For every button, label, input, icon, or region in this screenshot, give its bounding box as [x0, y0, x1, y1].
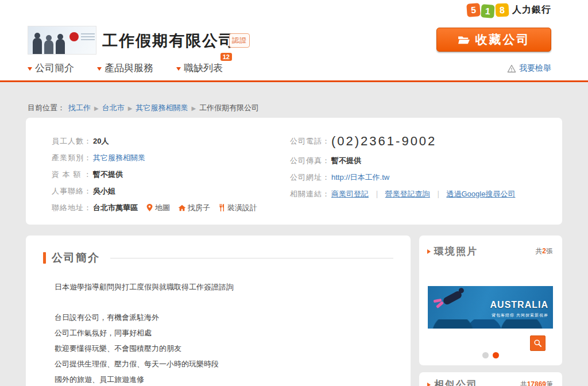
- breadcrumb-link-industry[interactable]: 其它服務相關業: [136, 103, 188, 113]
- intro-paragraph: 台日設有公司，有機會派駐海外: [55, 310, 393, 325]
- logo-red-stamp: [69, 32, 79, 41]
- similar-companies-card: 相似公司 共17869筆: [419, 372, 562, 386]
- triangle-right-icon: [427, 249, 431, 254]
- info-row-industry: 產業類別： 其它服務相關業: [52, 149, 257, 166]
- intro-paragraph: 歡迎要懂得玩樂、不會囤積壓力的朋友: [55, 341, 393, 356]
- tab-products-services[interactable]: 產品與服務: [97, 61, 153, 75]
- info-column-left: 員工人數： 20人 產業類別： 其它服務相關業 資 本 額 ： 暫不提供 人事聯…: [52, 133, 257, 216]
- count-prefix: 共: [535, 247, 542, 255]
- similar-count: 共17869筆: [520, 380, 553, 386]
- map-link-label: 地圖: [155, 203, 170, 213]
- job-count-badge: 12: [220, 53, 232, 61]
- logo-text-lines: [81, 33, 95, 42]
- breadcrumb-separator-icon: ▶: [191, 105, 196, 111]
- site-logo-tiles-icon: 5 1 8: [467, 3, 509, 17]
- info-row-employees: 員工人數： 20人: [52, 133, 257, 149]
- info-row-address: 聯絡地址： 台北市萬華區 地圖 找房子: [52, 199, 257, 216]
- industry-link[interactable]: 其它服務相關業: [93, 153, 145, 163]
- pagination-dot[interactable]: [482, 352, 489, 358]
- house-icon: [178, 204, 186, 212]
- magnifier-icon: [533, 339, 542, 348]
- info-label: 公司網址：: [290, 172, 331, 183]
- business-registry-link[interactable]: 商業司登記: [331, 189, 369, 199]
- logo-person-silhouette: [33, 38, 42, 55]
- logo-person-silhouette: [44, 40, 53, 55]
- info-row-phone: 公司電話： (02)2361-9002: [290, 130, 515, 152]
- info-value: 吳小姐: [93, 186, 115, 196]
- report-link-label: 我要檢舉: [519, 63, 551, 74]
- info-column-right: 公司電話： (02)2361-9002 公司傳真： 暫不提供 公司網址： htt…: [290, 130, 515, 202]
- intro-paragraph: 公司工作氣氛好，同事好相處: [55, 325, 393, 341]
- info-row-capital: 資 本 額 ： 暫不提供: [52, 166, 257, 183]
- pipe-separator: ｜: [435, 189, 442, 199]
- info-label: 員工人數：: [52, 136, 93, 146]
- logo-tile-1: 1: [481, 4, 495, 18]
- photo-coral-decoration: [428, 319, 553, 329]
- info-row-website: 公司網址： http://日本工作.tw: [290, 169, 515, 186]
- info-label: 資 本 額 ：: [52, 169, 93, 180]
- map-link[interactable]: 地圖: [146, 203, 170, 213]
- count-prefix: 共: [520, 380, 527, 386]
- triangle-down-icon: [97, 67, 102, 71]
- count-suffix: 筆: [546, 380, 553, 386]
- triangle-right-icon: [427, 383, 431, 386]
- pagination-dot-active[interactable]: [493, 352, 499, 358]
- intro-paragraph: 日本遊學指導顧問與打工度假與就職取得工作簽證諮詢: [55, 279, 393, 295]
- tab-label: 職缺列表: [184, 61, 223, 75]
- report-link[interactable]: 我要檢舉: [507, 63, 551, 74]
- intro-paragraph: 國外的旅遊、員工旅遊進修: [55, 372, 393, 386]
- info-value: 暫不提供: [93, 169, 123, 180]
- site-logo[interactable]: 5 1 8 人力銀行: [467, 3, 551, 17]
- google-search-link[interactable]: 透過Google搜尋公司: [446, 189, 515, 199]
- info-label: 人事聯絡：: [52, 186, 93, 196]
- interior-design-link-label: 裝潢設計: [227, 203, 257, 213]
- environment-photos-card: 環境照片 共2張 AUSTRALIA 背包客陪你 共同探索新視界: [419, 236, 562, 365]
- tab-label: 產品與服務: [105, 61, 153, 75]
- favorite-company-button[interactable]: 收藏公司: [436, 28, 551, 52]
- logo-person-silhouette: [56, 39, 65, 55]
- info-label: 聯絡地址：: [52, 203, 93, 213]
- photo-pagination: [419, 352, 562, 358]
- info-value: 暫不提供: [331, 156, 361, 166]
- site-logo-text: 人力銀行: [512, 4, 551, 16]
- tab-job-listings[interactable]: 職缺列表 12: [176, 61, 223, 75]
- section-accent-bar: [43, 252, 46, 264]
- triangle-down-icon: [28, 67, 32, 71]
- intro-paragraph: 公司提供生理假、壓力假、每天一小時的玩樂時段: [55, 356, 393, 372]
- breadcrumb-link-city[interactable]: 台北市: [102, 103, 125, 113]
- count-number: 17869: [527, 380, 546, 386]
- photo-zoom-button[interactable]: [530, 335, 546, 351]
- photo-diver-figure: [442, 290, 463, 306]
- related-links: 商業司登記 ｜ 營業登記查詢 ｜ 透過Google搜尋公司: [331, 189, 515, 199]
- breadcrumb-separator-icon: ▶: [128, 105, 133, 111]
- company-intro-card: 公司簡介 日本遊學指導顧問與打工度假與就職取得工作簽證諮詢 台日設有公司，有機會…: [26, 236, 411, 386]
- breadcrumb-link-find-job[interactable]: 找工作: [68, 103, 91, 113]
- header: 5 1 8 人力銀行 工作假期有限公司 認證 收藏公司 公司簡介: [0, 0, 588, 82]
- info-row-hr-contact: 人事聯絡： 吳小姐: [52, 183, 257, 199]
- page: 5 1 8 人力銀行 工作假期有限公司 認證 收藏公司 公司簡介: [0, 0, 588, 386]
- interior-design-link[interactable]: 裝潢設計: [218, 203, 257, 213]
- environment-photo[interactable]: AUSTRALIA 背包客陪你 共同探索新視界: [428, 286, 553, 329]
- certified-badge: 認證: [229, 33, 250, 48]
- photos-count: 共2張: [535, 246, 553, 256]
- find-house-link-label: 找房子: [188, 203, 210, 213]
- map-pin-icon: [146, 203, 153, 212]
- count-suffix: 張: [546, 247, 553, 255]
- pipe-separator: ｜: [373, 189, 381, 199]
- tab-company-intro[interactable]: 公司簡介: [28, 61, 74, 75]
- company-intro-text: 日本遊學指導顧問與打工度假與就職取得工作簽證諮詢 台日設有公司，有機會派駐海外 …: [55, 279, 393, 386]
- breadcrumb-prefix: 目前位置：: [28, 103, 65, 113]
- breadcrumb: 目前位置： 找工作 ▶ 台北市 ▶ 其它服務相關業 ▶ 工作假期有限公司: [28, 103, 259, 113]
- info-value: 20人: [93, 136, 109, 146]
- business-registration-query-link[interactable]: 營業登記查詢: [385, 189, 430, 199]
- website-link[interactable]: http://日本工作.tw: [331, 172, 389, 183]
- triangle-down-icon: [176, 67, 181, 71]
- company-logo-image: [28, 26, 96, 55]
- similar-header: 相似公司 共17869筆: [419, 372, 562, 386]
- photo-subcaption: 背包客陪你 共同探索新視界: [492, 312, 548, 318]
- photos-header: 環境照片 共2張: [419, 236, 562, 258]
- folder-icon: [458, 34, 470, 45]
- info-value: 台北市萬華區: [93, 203, 138, 213]
- info-label: 公司電話：: [290, 136, 331, 146]
- find-house-link[interactable]: 找房子: [178, 203, 210, 213]
